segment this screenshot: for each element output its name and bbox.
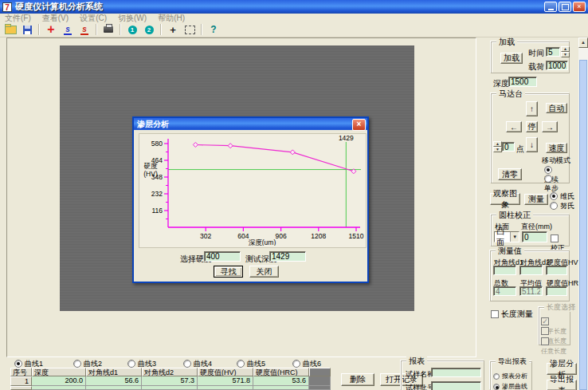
layer-curve-chart: 142958046434823211630260490612081510硬度(H… (139, 134, 364, 246)
motor-auto-button[interactable]: 自动 (546, 103, 567, 113)
chart-area: 142958046434823211630260490612081510硬度(H… (139, 133, 367, 248)
minimize-button[interactable] (544, 2, 557, 12)
d1-value-field (493, 266, 516, 275)
measurement-table: 序号 深度 对角线d1 对角线d2 硬度值(HV) 硬度值(HRC) 1 200… (10, 368, 331, 390)
observe-image-button[interactable]: 观察图象 (490, 193, 520, 205)
dialog-title: 渗层分析 (137, 119, 169, 130)
chevron-down-icon[interactable]: ▼ (510, 232, 519, 242)
checkbox-icon: ✓ (541, 317, 549, 325)
toolbar: + s s 1 2 + ? (0, 22, 588, 37)
table-row[interactable]: 1 200.0 56.6 57.3 571.8 53.6 (10, 376, 331, 386)
point-spinner[interactable]: ▲▼ (493, 141, 502, 152)
dialog-close-icon[interactable]: × (352, 119, 366, 131)
cylinder-group: 圆柱校正 柱面 直径(mm) 凸面 ▼ 校正 (491, 215, 570, 246)
select-hardness-input[interactable] (204, 251, 241, 262)
clear-zero-button[interactable]: 清零 (498, 168, 522, 180)
cylinder-group-title: 圆柱校正 (496, 211, 533, 219)
length-select-group: 长度选择 ✓ 水平长度 垂直长度 任意长度 (539, 307, 570, 345)
motor-right-button[interactable]: → (542, 121, 558, 132)
sample-batch-input[interactable] (431, 381, 481, 390)
motor-left-button[interactable]: ← (506, 121, 522, 132)
time-input[interactable] (546, 47, 560, 57)
layer-analysis-button[interactable]: 渗层分析 (547, 363, 577, 375)
measure-button[interactable]: 测量 (524, 194, 548, 205)
svg-text:302: 302 (200, 232, 211, 240)
time-spinner[interactable]: ▲▼ (561, 46, 570, 57)
svg-text:580: 580 (151, 140, 163, 148)
radio-icon (493, 373, 500, 380)
svg-text:深度(um): 深度(um) (249, 238, 276, 246)
dialog-close-button[interactable]: 关闭 (249, 266, 279, 278)
values-group: 测量值 对角线d1 对角线d2 硬度值HV 总数 平均值 硬度值HRC (490, 250, 570, 301)
sample-name-input[interactable] (431, 368, 481, 377)
radio-icon (493, 384, 500, 390)
force-input[interactable] (546, 61, 568, 70)
layer-curve-radio[interactable]: 渗层曲线 (493, 380, 527, 390)
right-scrollbar[interactable]: ▲ (578, 37, 588, 390)
svg-text:604: 604 (237, 232, 249, 240)
diameter-input[interactable] (522, 231, 547, 242)
objective-2-icon[interactable]: 2 (142, 24, 156, 36)
sample-name-label: 试样名称 (406, 369, 434, 380)
crosshair-icon[interactable]: + (44, 24, 58, 36)
radio-icon (73, 360, 81, 368)
load-button[interactable]: 加载 (500, 53, 523, 64)
help-icon[interactable]: ? (206, 24, 221, 36)
length-select-title: 长度选择 (544, 303, 578, 312)
point-input[interactable] (502, 142, 515, 152)
svg-text:906: 906 (276, 232, 287, 240)
values-group-title: 测量值 (496, 246, 524, 255)
load-group: 加载 加载 时间 ▲▼ 载荷 (491, 41, 570, 73)
speed-button[interactable]: 速度 (546, 143, 567, 153)
restore-button[interactable] (559, 2, 571, 12)
scroll-up-icon[interactable]: ▲ (578, 37, 588, 48)
depth-label: 深度 (493, 78, 509, 89)
save-icon[interactable] (20, 24, 34, 36)
table-header-row: 序号 深度 对角线d1 对角线d2 硬度值(HV) 硬度值(HRC) (10, 368, 331, 376)
dialog-title-bar[interactable]: 渗层分析 × (134, 118, 367, 130)
delete-button[interactable]: 删除 (341, 373, 374, 386)
radio-icon (127, 360, 135, 368)
force-label: 载荷 (528, 61, 544, 73)
length-measure-checkbox[interactable]: 长度测量 (491, 309, 533, 320)
open-file-icon[interactable] (3, 24, 18, 36)
motor-up-button[interactable]: ↑ (526, 101, 538, 116)
report-analysis-radio[interactable]: 报表分析 (493, 370, 527, 380)
motor-group: 马达台 ↑ 自动 ← 停 → ↓ ▲▼ 点 速度 移动模式 连续 单步 清零 (491, 93, 570, 183)
sample-batch-label: 试样批号 (406, 383, 434, 390)
test-depth-input[interactable] (269, 251, 306, 262)
point-label: 点 (516, 144, 524, 155)
objective-1-icon[interactable]: 1 (125, 24, 139, 36)
standard-block-2-icon[interactable]: s (77, 24, 92, 36)
surface-combobox[interactable]: 凸面 ▼ (494, 231, 519, 242)
standard-block-1-icon[interactable]: s (61, 24, 75, 36)
radio-icon (550, 202, 558, 210)
checkbox-icon (541, 327, 549, 335)
scrollbar-thumb[interactable] (579, 60, 587, 390)
control-panel: 加载 加载 时间 ▲▼ 载荷 深度 马达台 ↑ 自动 ← 停 → ↓ ▲▼ 点 … (478, 37, 578, 390)
svg-text:1208: 1208 (311, 232, 326, 240)
menu-bar: 文件(F) 查看(V) 设置(C) 切换(W) 帮助(H) (0, 14, 588, 22)
export-report-button[interactable]: 导出报表 (547, 380, 577, 390)
svg-text:1429: 1429 (339, 134, 354, 142)
depth-input[interactable] (508, 77, 537, 87)
marquee-icon[interactable] (182, 24, 197, 36)
print-icon[interactable] (101, 24, 116, 36)
checkbox-icon (491, 310, 499, 318)
knoop-radio[interactable]: 努氏 (550, 200, 574, 211)
find-button[interactable]: 寻找 (214, 266, 243, 278)
report-group-title: 报表 (406, 357, 427, 365)
svg-text:232: 232 (151, 190, 163, 198)
motor-down-button[interactable]: ↓ (526, 137, 538, 152)
measure-cross-icon[interactable]: + (166, 24, 180, 36)
motor-stop-button[interactable]: 停 (526, 121, 538, 132)
close-button[interactable]: × (573, 2, 586, 12)
radio-icon (550, 192, 558, 200)
checkbox-icon (541, 337, 549, 345)
app-icon: 7 (2, 2, 12, 12)
export-group-title: 导出报表 (496, 357, 529, 366)
radio-icon (544, 175, 552, 183)
report-group: 报表 试样名称 试样批号 (401, 360, 484, 390)
load-group-title: 加载 (496, 37, 517, 46)
window-title: 硬度仪计算机分析系统 (15, 1, 103, 13)
